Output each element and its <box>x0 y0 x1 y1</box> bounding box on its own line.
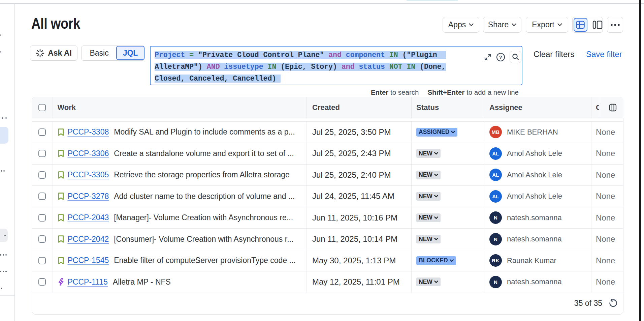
svg-text:?: ? <box>499 54 502 60</box>
